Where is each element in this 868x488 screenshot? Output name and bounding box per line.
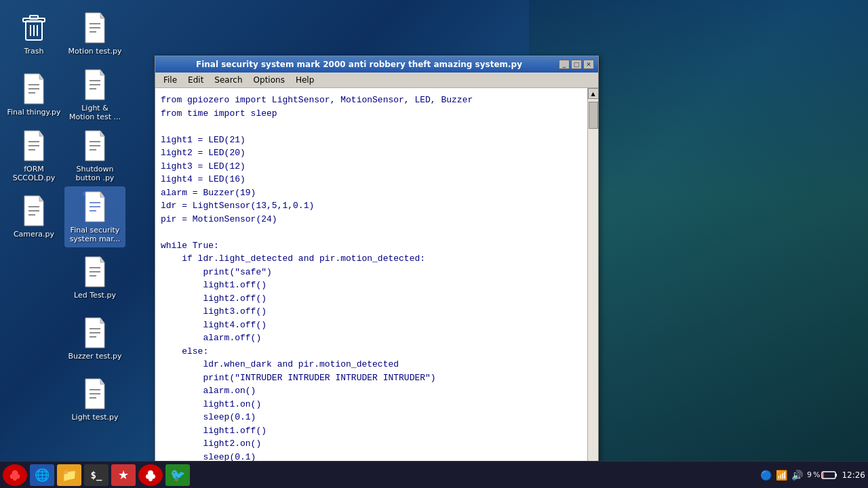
taskbar-system: 🔵 📶 🔊 9 % 12:26 [760,470,865,481]
file-icon-light-test [79,378,111,410]
scroll-thumb[interactable] [589,102,598,129]
desktop-icon-light-motion[interactable]: Light & Motion test ... [64,64,125,125]
svg-rect-47 [823,472,824,478]
taskbar-app-btn[interactable] [138,464,163,486]
code-editor[interactable]: from gpiozero import LightSensor, Motion… [155,88,587,482]
taskbar-globe-btn[interactable]: 🌐 [30,464,54,486]
taskbar-terminal-btn[interactable]: $_ [84,464,108,486]
battery-symbol: % [813,470,820,479]
desktop-icon-led-test[interactable]: Led Test.py [64,247,125,308]
empty-slot [3,247,64,308]
svg-point-44 [149,477,153,481]
desktop-icon-shutdown[interactable]: Shutdown button .py [64,125,125,186]
svg-rect-2 [30,16,38,19]
code-block: from gpiozero import LightSensor, Motion… [161,94,582,482]
desktop-icon-final-thingy[interactable]: Final thingy.py [3,64,64,125]
desktop-icon-buzzer-test[interactable]: Buzzer test.py [64,308,125,369]
menu-file[interactable]: File [158,74,182,86]
desktop-icon-final-security[interactable]: Final security system mar... [64,186,125,247]
taskbar-raspberry-btn[interactable] [3,464,27,486]
file-icon-light-motion [79,68,111,101]
wifi-icon[interactable]: 📶 [776,470,787,481]
file-icon-buzzer-test [79,317,111,349]
final-security-label: Final security system mar... [68,226,122,243]
menu-search[interactable]: Search [209,74,248,86]
empty-slot3 [3,369,64,430]
raspberry2-icon [144,468,157,482]
file-icon-final-thingy [18,73,50,105]
empty-slot2 [3,308,64,369]
maximize-button[interactable]: □ [571,60,582,69]
svg-point-40 [13,476,16,480]
desktop-icon-trash[interactable]: Trash [3,3,64,64]
close-button[interactable]: ✕ [583,60,594,69]
light-test-label: Light test.py [71,413,118,422]
light-motion-label: Light & Motion test ... [68,104,122,121]
menu-options[interactable]: Options [248,74,290,86]
taskbar-files-btn[interactable]: 📁 [57,464,81,486]
trash-label: Trash [24,47,43,56]
vertical-scrollbar[interactable]: ▲ ▼ [587,88,598,482]
menu-edit[interactable]: Edit [182,74,209,86]
form-sccold-label: fORM SCCOLD.py [7,165,61,182]
battery-percent: 9 [807,470,812,479]
desktop-icon-form-sccold[interactable]: fORM SCCOLD.py [3,125,64,186]
editor-content: from gpiozero import LightSensor, Motion… [155,88,598,482]
taskbar-green-btn[interactable]: 🐦 [165,464,190,486]
scroll-track[interactable] [588,99,598,471]
led-test-label: Led Test.py [74,291,116,300]
window-controls: _ □ ✕ [559,60,594,69]
editor-window: Final security system mark 2000 anti rob… [155,56,599,483]
bluetooth-icon[interactable]: 🔵 [760,470,772,481]
final-thingy-label: Final thingy.py [7,108,60,117]
desktop-icon-camera[interactable]: Camera.py [3,186,64,247]
volume-icon[interactable]: 🔊 [791,470,803,481]
desktop-icon-motion-test[interactable]: Motion test.py [64,3,125,64]
file-icon-camera [18,195,50,227]
file-icon-shutdown [79,129,111,162]
buzzer-test-label: Buzzer test.py [68,352,122,361]
taskbar: 🌐 📁 $_ ★ 🐦 🔵 📶 🔊 9 % 12:26 [0,461,868,488]
file-icon-led-test [79,256,111,288]
raspberry-icon [8,468,22,483]
file-icon-final-security [79,190,111,223]
title-bar: Final security system mark 2000 anti rob… [155,56,598,73]
shutdown-label: Shutdown button .py [68,165,122,182]
menu-help[interactable]: Help [290,74,319,86]
taskbar-starred-btn[interactable]: ★ [111,464,136,486]
file-icon-motion-test [79,12,111,44]
taskbar-clock: 12:26 [842,470,865,480]
battery-indicator: 9 % [807,470,837,480]
svg-rect-46 [835,474,837,476]
window-title: Final security system mark 2000 anti rob… [159,60,559,69]
battery-icon [821,470,837,480]
scroll-up-arrow[interactable]: ▲ [588,88,599,99]
trash-icon [18,12,50,44]
camera-label: Camera.py [14,230,54,239]
minimize-button[interactable]: _ [559,60,570,69]
menu-bar: File Edit Search Options Help [155,73,598,88]
desktop: Trash Motion test.py Final thingy.py [0,0,149,461]
desktop-icon-light-test[interactable]: Light test.py [64,369,125,430]
motion-test-label: Motion test.py [68,47,122,56]
clock-time: 12:26 [842,470,865,480]
file-icon-form-sccold [18,129,50,162]
